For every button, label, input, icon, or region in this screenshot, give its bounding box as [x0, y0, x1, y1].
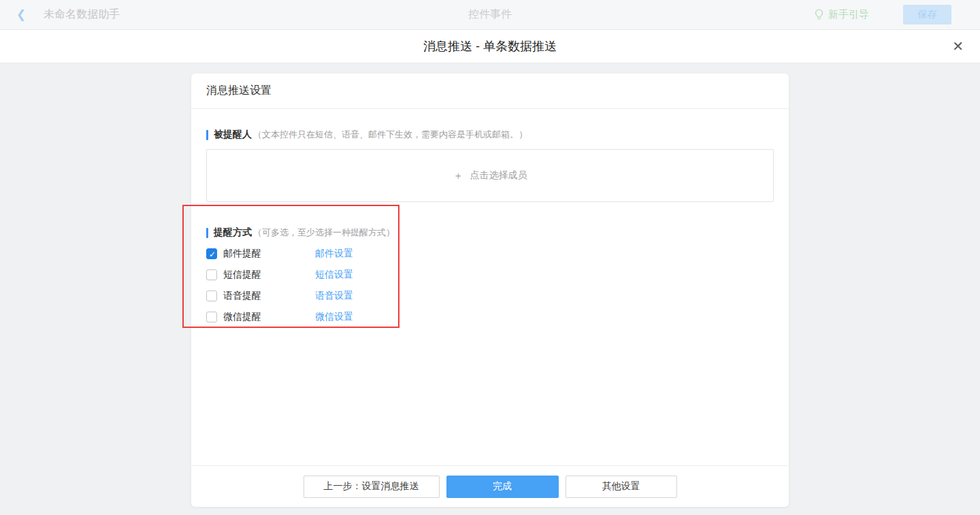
voice-remind-label: 语音提醒 [223, 290, 261, 302]
wechat-remind-checkbox[interactable] [206, 312, 217, 322]
recipients-label: 被提醒人 [214, 129, 252, 141]
select-members-label: 点击选择成员 [470, 169, 527, 182]
card-title: 消息推送设置 [191, 73, 789, 109]
sms-remind-checkbox[interactable] [206, 269, 217, 280]
select-members-button[interactable]: ＋ 点击选择成员 [206, 149, 774, 202]
done-button[interactable]: 完成 [446, 476, 559, 498]
section-bar-icon [206, 228, 208, 238]
remind-methods-note: （可多选，至少选择一种提醒方式） [253, 227, 395, 239]
modal-header: 消息推送 - 单条数据推送 ✕ [0, 30, 980, 63]
sms-settings-link[interactable]: 短信设置 [315, 269, 353, 281]
remind-methods-section: 提醒方式 （可多选，至少选择一种提醒方式） 邮件提醒 邮件设置 短信提醒 短信设… [206, 227, 774, 323]
modal-title: 消息推送 - 单条数据推送 [423, 38, 557, 54]
remind-option-row-email: 邮件提醒 邮件设置 [206, 248, 774, 260]
remind-option-row-sms: 短信提醒 短信设置 [206, 269, 774, 281]
remind-methods-heading: 提醒方式 （可多选，至少选择一种提醒方式） [206, 227, 774, 239]
card-footer: 上一步：设置消息推送 完成 其他设置 [191, 465, 789, 507]
remind-option-row-wechat: 微信提醒 微信设置 [206, 311, 774, 323]
lightbulb-icon [814, 9, 824, 20]
topbar: ❮ 未命名数据助手 控件事件 新手引导 保存 [0, 0, 980, 30]
other-settings-button[interactable]: 其他设置 [566, 476, 677, 498]
close-icon[interactable]: ✕ [952, 39, 964, 53]
wechat-remind-label: 微信提醒 [223, 311, 261, 323]
beginner-guide-button[interactable]: 新手引导 [814, 8, 869, 21]
voice-remind-checkbox[interactable] [206, 290, 217, 301]
wechat-settings-link[interactable]: 微信设置 [315, 311, 353, 323]
voice-settings-link[interactable]: 语音设置 [315, 290, 353, 302]
plus-icon: ＋ [453, 169, 463, 182]
previous-step-button[interactable]: 上一步：设置消息推送 [304, 476, 440, 498]
recipients-section-heading: 被提醒人 （文本控件只在短信、语音、邮件下生效，需要内容是手机或邮箱。） [206, 129, 774, 141]
email-remind-label: 邮件提醒 [223, 248, 261, 260]
remind-methods-label: 提醒方式 [214, 227, 252, 239]
save-button[interactable]: 保存 [903, 5, 951, 24]
email-remind-checkbox[interactable] [206, 248, 217, 259]
sms-remind-label: 短信提醒 [223, 269, 261, 281]
assistant-title: 未命名数据助手 [44, 7, 120, 22]
section-bar-icon [206, 130, 208, 140]
remind-option-row-voice: 语音提醒 语音设置 [206, 290, 774, 302]
message-push-settings-card: 消息推送设置 被提醒人 （文本控件只在短信、语音、邮件下生效，需要内容是手机或邮… [191, 73, 789, 507]
email-settings-link[interactable]: 邮件设置 [315, 248, 353, 260]
back-icon[interactable]: ❮ [16, 9, 26, 20]
guide-label: 新手引导 [828, 8, 869, 21]
recipients-note: （文本控件只在短信、语音、邮件下生效，需要内容是手机或邮箱。） [253, 129, 527, 141]
